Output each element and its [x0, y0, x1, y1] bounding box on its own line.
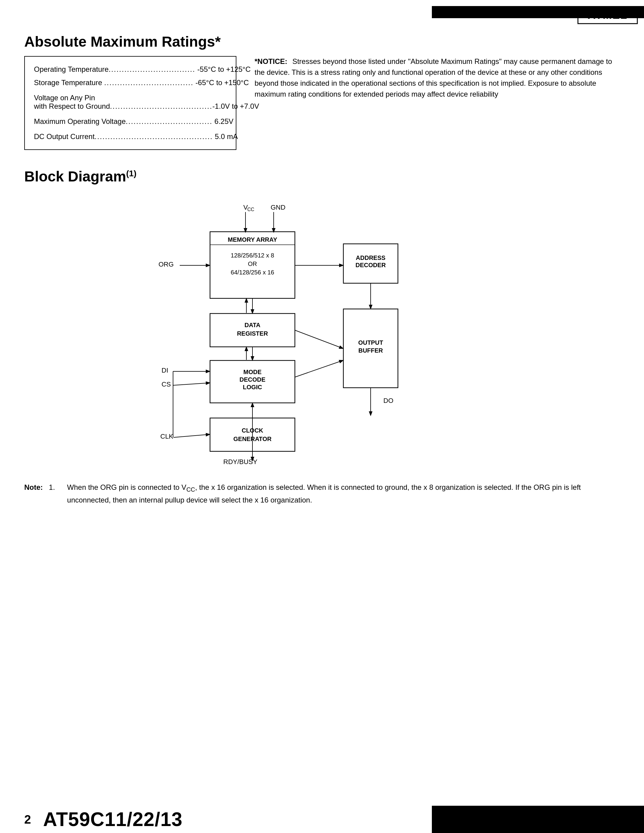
- block-diagram-label: Block Diagram: [24, 169, 126, 185]
- footer: 2 AT59C11/22/13: [0, 806, 644, 833]
- org-label: ORG: [158, 261, 174, 268]
- note-number: 1.: [49, 482, 61, 506]
- ratings-row-3: Voltage on Any Pin with Respect to Groun…: [34, 89, 227, 113]
- svg-line-16: [295, 330, 343, 348]
- notice-text: Stresses beyond those listed under "Abso…: [254, 57, 612, 98]
- ratings-row-1: Operating Temperature...................…: [34, 63, 227, 76]
- ratings-label-1: Operating Temperature: [34, 65, 108, 73]
- address-decoder-label2: DECODER: [355, 262, 386, 269]
- block-diagram-svg: V CC GND MEMORY ARRAY 128/256/512 x 8 OR…: [95, 197, 549, 470]
- di-label: DI: [161, 367, 168, 374]
- ratings-row-5: DC Output Current.......................…: [34, 128, 227, 143]
- ratings-label-3a: Voltage on Any Pin: [34, 93, 95, 102]
- ratings-label-5: DC Output Current: [34, 132, 95, 141]
- memory-org-label: 128/256/512 x 8: [231, 252, 274, 259]
- gnd-label: GND: [270, 204, 285, 211]
- ratings-table: Operating Temperature...................…: [24, 56, 237, 150]
- clk-label: CLK: [160, 433, 173, 440]
- dots-1: .................................: [108, 65, 195, 73]
- ratings-layout: Operating Temperature...................…: [24, 56, 620, 150]
- note-label: Note:: [24, 482, 43, 506]
- cs-label: CS: [161, 380, 171, 388]
- svg-line-23: [173, 383, 209, 385]
- dots-4: .................................: [126, 117, 213, 125]
- block-diagram-section: Block Diagram(1) V CC GND: [24, 168, 620, 506]
- note-text: When the ORG pin is connected to VCC, th…: [67, 482, 620, 506]
- memory-org2-label: 64/128/256 x 16: [231, 269, 274, 276]
- mode-decode-label3: LOGIC: [243, 384, 262, 391]
- dots-5: ........................................…: [95, 132, 213, 141]
- data-register-label1: DATA: [244, 322, 260, 328]
- header: ATMEL: [0, 0, 644, 30]
- abs-max-title: Absolute Maximum Ratings*: [24, 33, 620, 50]
- notice-label: *NOTICE:: [254, 57, 287, 66]
- svg-line-21: [295, 360, 343, 377]
- block-diagram-superscript: (1): [126, 169, 136, 178]
- footer-bar: [432, 806, 644, 833]
- ratings-value-2: -65°C to +150°C: [195, 79, 249, 87]
- abs-max-section: Absolute Maximum Ratings* Operating Temp…: [24, 33, 620, 150]
- mode-decode-label2: DECODE: [240, 376, 266, 383]
- ratings-label-3b: with Respect to Ground: [34, 102, 110, 110]
- output-buffer-label1: OUTPUT: [358, 339, 383, 346]
- main-content: Absolute Maximum Ratings* Operating Temp…: [24, 33, 620, 506]
- ratings-value-5: 5.0 mA: [215, 132, 238, 141]
- mode-decode-label1: MODE: [243, 369, 262, 375]
- footer-title: AT59C11/22/13: [43, 808, 182, 831]
- note-section: Note: 1. When the ORG pin is connected t…: [24, 482, 620, 506]
- do-label: DO: [383, 397, 393, 404]
- ratings-row-2: Storage Temperature ....................…: [34, 76, 227, 89]
- header-bar: [432, 6, 644, 18]
- address-decoder-label1: ADDRESS: [356, 254, 385, 261]
- ratings-notice: *NOTICE: Stresses beyond those listed un…: [254, 56, 620, 150]
- ratings-value-4: 6.25V: [214, 117, 233, 125]
- ratings-value-1: -55°C to +125°C: [197, 65, 251, 73]
- svg-text:CC: CC: [247, 207, 254, 212]
- dots-2: ..................................: [104, 79, 194, 87]
- ratings-value-3: -1.0V to +7.0V: [213, 102, 259, 110]
- dots-3: .......................................: [110, 102, 213, 110]
- svg-line-26: [174, 434, 209, 437]
- ratings-row-4: Maximum Operating Voltage...............…: [34, 113, 227, 128]
- diagram-container: V CC GND MEMORY ARRAY 128/256/512 x 8 OR…: [24, 197, 620, 470]
- footer-page: 2: [24, 813, 31, 827]
- ratings-label-2: Storage Temperature: [34, 79, 102, 87]
- block-diagram-title: Block Diagram(1): [24, 168, 620, 185]
- ratings-label-4: Maximum Operating Voltage: [34, 117, 126, 125]
- data-register-label2: REGISTER: [237, 330, 268, 337]
- memory-array-label: MEMORY ARRAY: [228, 236, 277, 243]
- memory-or-label: OR: [248, 261, 257, 267]
- output-buffer-label2: BUFFER: [358, 347, 383, 354]
